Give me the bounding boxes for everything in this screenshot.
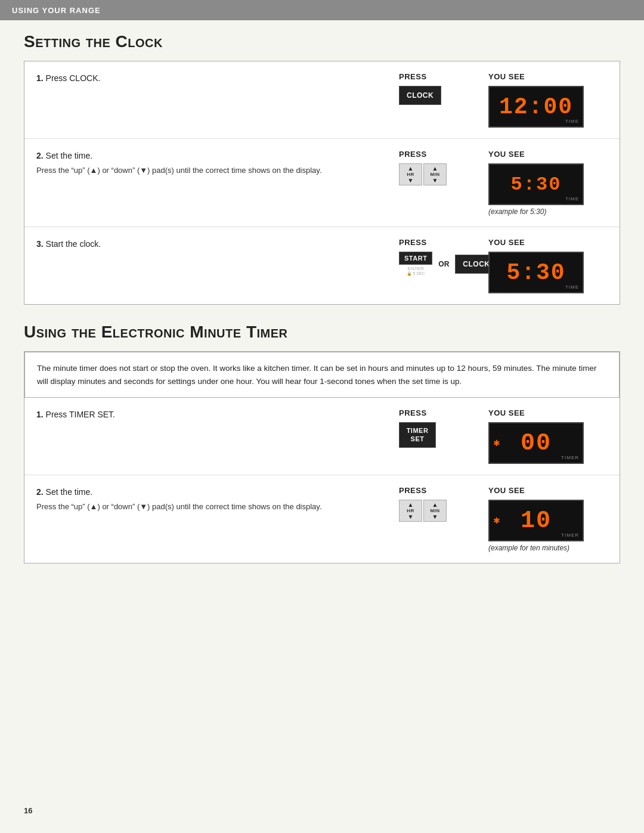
clock-step-3-yousee: YOU SEE 5:30 TIME [488,238,608,293]
clock-step-3-yousee-label: YOU SEE [488,238,525,247]
page-wrapper: USING YOUR RANGE Setting the Clock 1. Pr… [0,0,644,833]
clock-step-2-row: 2. Set the time. Press the “up” (▲) or “… [24,139,620,227]
clock-display-2: 5:30 TIME [488,163,584,205]
timer-hr-label: HR [407,508,414,513]
start-or-clock-group: START ENTER 🔒 5 SEC OR CLOCK [399,252,498,276]
minute-timer-box: The minute timer does not start or stop … [24,351,620,563]
clock-step-2-press: PRESS ▲ HR ▼ ▲ MIN ▼ [399,150,476,185]
timer-step-1-number: 1. [36,410,44,419]
header-bar: USING YOUR RANGE [0,0,644,20]
setting-clock-box: 1. Press CLOCK. PRESS CLOCK YOU SEE 12:0… [24,61,620,305]
clock-step-2-subtext: Press the “up” (▲) or “down” (▼) pad(s) … [36,165,387,176]
timer-btn-line2: SET [405,435,429,443]
timer-min-label: MIN [430,508,439,513]
clock-step-1-label: Press CLOCK. [46,73,101,83]
clock-step-2-press-label: PRESS [399,150,427,159]
clock-display-1-time: 12:00 [499,94,573,120]
setting-clock-title: Setting the Clock [24,32,620,51]
timer-step-1-yousee-label: YOU SEE [488,408,525,417]
timer-step-2-subtext: Press the “up” (▲) or “down” (▼) pad(s) … [36,501,387,513]
timer-hr-down-arrow: ▼ [408,513,414,520]
hr-up-arrow: ▲ [408,165,414,172]
clock-display-2-sublabel: TIME [565,196,579,202]
timer-display-2-time: 10 [521,507,552,534]
start-btn-wrap: START ENTER 🔒 5 SEC [399,252,432,276]
clock-step-1-number: 1. [36,73,44,83]
clock-step-2-yousee-label: YOU SEE [488,150,525,159]
timer-step-2-row: 2. Set the time. Press the “up” (▲) or “… [24,475,620,563]
timer-step-1-press: PRESS TIMER SET [399,408,476,448]
clock-display-1: 12:00 TIME [488,86,584,128]
timer-min-cell[interactable]: ▲ MIN ▼ [423,500,447,522]
min-label: MIN [430,172,439,177]
clock-step-3-press: PRESS START ENTER 🔒 5 SEC OR CLOCK [399,238,476,276]
timer-hr-min-pad: ▲ HR ▼ ▲ MIN ▼ [399,500,447,522]
enter-sublabel: ENTER [408,266,424,271]
min-up-arrow: ▲ [432,165,438,172]
timer-display-1-sublabel: TIMER [561,455,579,460]
timer-hr-up-arrow: ▲ [408,501,414,508]
clock-step-2-number: 2. [36,151,44,160]
clock-step-1-yousee: YOU SEE 12:00 TIME [488,72,608,128]
timer-step-2-yousee-label: YOU SEE [488,486,525,495]
timer-display-2: ✱ 10 TIMER [488,500,584,541]
fivesec-sublabel: 🔒 5 SEC [407,271,425,276]
timer-step-1-press-label: PRESS [399,408,427,417]
timer-display-1-time: 00 [521,430,552,457]
timer-display-2-sublabel: TIMER [561,532,579,538]
clock-button-1[interactable]: CLOCK [399,86,441,105]
timer-description: The minute timer does not start or stop … [24,352,620,398]
page-number: 16 [24,806,32,815]
minute-timer-title: Using the Electronic Minute Timer [24,323,620,342]
header-label: USING YOUR RANGE [12,6,101,15]
timer-step-2-number: 2. [36,487,44,497]
hr-min-pad: ▲ HR ▼ ▲ MIN ▼ [399,163,447,185]
start-button[interactable]: START [399,252,432,265]
timer-step-2-press: PRESS ▲ HR ▼ ▲ MIN ▼ [399,486,476,522]
clock-step-1-text: 1. Press CLOCK. [36,72,387,85]
clock-step-3-label: Start the clock. [46,239,101,249]
clock-step-3-number: 3. [36,239,44,249]
timer-step-2-yousee: YOU SEE ✱ 10 TIMER (example for ten minu… [488,486,608,552]
timer-btn-line1: TIMER [405,426,429,435]
clock-display-3-sublabel: TIME [565,284,579,290]
clock-display-1-sublabel: TIME [565,119,579,124]
timer-step-2-text: 2. Set the time. Press the “up” (▲) or “… [36,486,387,513]
timer-step-1-label: Press TIMER SET. [46,410,115,419]
hr-up-cell[interactable]: ▲ HR ▼ [399,163,422,185]
clock-step-2-label: Set the time. [46,151,93,160]
timer-min-up-arrow: ▲ [432,501,438,508]
hr-label: HR [407,172,414,177]
timer-display-1-icon: ✱ [493,438,500,448]
timer-step-2-example: (example for ten minutes) [488,544,569,552]
hr-down-arrow: ▼ [408,177,414,184]
clock-step-2-text: 2. Set the time. Press the “up” (▲) or “… [36,150,387,176]
timer-step-1-yousee: YOU SEE ✱ 00 TIMER [488,408,608,464]
clock-display-2-time: 5:30 [511,174,562,196]
timer-min-down-arrow: ▼ [432,513,438,520]
clock-step-1-row: 1. Press CLOCK. PRESS CLOCK YOU SEE 12:0… [24,61,620,139]
clock-display-3-time: 5:30 [506,260,565,286]
clock-display-3: 5:30 TIME [488,252,584,293]
min-cell[interactable]: ▲ MIN ▼ [423,163,447,185]
timer-step-1-text: 1. Press TIMER SET. [36,408,387,421]
timer-step-1-row: 1. Press TIMER SET. PRESS TIMER SET YOU … [24,398,620,475]
timer-display-2-icon: ✱ [493,516,500,525]
timer-set-button[interactable]: TIMER SET [399,422,436,448]
clock-step-1-yousee-label: YOU SEE [488,72,525,81]
clock-step-3-row: 3. Start the clock. PRESS START ENTER 🔒 … [24,227,620,304]
start-label: START [404,255,427,262]
clock-step-3-text: 3. Start the clock. [36,238,387,250]
page-content: Setting the Clock 1. Press CLOCK. PRESS … [0,32,644,605]
or-label: OR [438,260,449,268]
timer-hr-up-cell[interactable]: ▲ HR ▼ [399,500,422,522]
clock-step-2-example: (example for 5:30) [488,208,546,216]
timer-display-1: ✱ 00 TIMER [488,422,584,464]
clock-step-1-press: PRESS CLOCK [399,72,476,105]
clock-step-3-press-label: PRESS [399,238,427,247]
timer-step-2-press-label: PRESS [399,486,427,495]
clock-step-1-press-label: PRESS [399,72,427,81]
timer-step-2-label: Set the time. [46,487,93,497]
clock-step-2-yousee: YOU SEE 5:30 TIME (example for 5:30) [488,150,608,216]
min-down-arrow: ▼ [432,177,438,184]
